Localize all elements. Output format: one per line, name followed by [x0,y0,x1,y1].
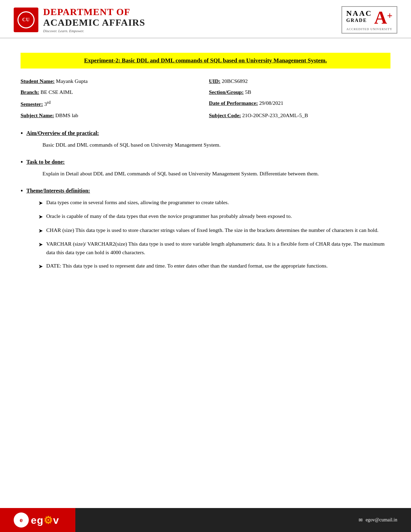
footer-email-row: ✉ egov@cumail.in [359,517,397,523]
theme-sub-bullets: ➤ Data types come in several forms and s… [38,198,390,271]
semester-sup: rd [47,100,51,105]
cu-logo: CU [14,8,38,32]
subject-code-label: Subject Code: [209,112,241,118]
list-item: ➤ CHAR (size) This data type is used to … [38,226,390,235]
dept-line2: ACADEMIC AFFAIRS [43,17,145,28]
uid-value: 20BCS6892 [222,78,248,84]
dop-row: Date of Performance: 29/08/2021 [209,99,390,109]
department-title: DEPARTMENT OF ACADEMIC AFFAIRS Discover.… [43,7,145,33]
arrow-icon-4: ➤ [38,240,43,249]
task-title: Task to be done: [26,159,65,165]
email-icon: ✉ [359,517,363,523]
main-content: Experiment-2: Basic DDL and DML commands… [0,38,411,315]
semester-row: Semester: 3rd [21,99,202,109]
svg-text:e: e [20,517,23,523]
naac-grade-letter: A [374,9,387,27]
footer-logo: e eg⚙v [14,512,59,528]
subject-code-value: 21O-20CSP-233_20AML-5_B [242,112,308,118]
student-name-value: Mayank Gupta [56,78,88,84]
aim-title: Aim/Overview of the practical: [26,130,99,136]
accredited-text: ACCREDITED UNIVERSITY [346,27,392,31]
semester-label: Semester: [21,101,43,107]
naac-text: NAAC [346,9,372,18]
dop-value: 29/08/2021 [259,100,284,106]
university-branding: CU DEPARTMENT OF ACADEMIC AFFAIRS Discov… [14,7,145,33]
branch-row: Branch: BE CSE AIML [21,88,202,97]
section-value: 5B [245,89,251,95]
student-name-row: Student Name: Mayank Gupta [21,77,202,86]
list-item: ➤ Data types come in several forms and s… [38,198,390,208]
egov-circle-logo: e [14,512,29,528]
subject-label: Subject Name: [21,112,54,118]
aim-bullet: • [21,129,23,137]
section-label: Section/Group: [209,89,244,95]
naac-badge: NAAC GRADE A + ACCREDITED UNIVERSITY [341,6,397,34]
uid-row: UID: 20BCS6892 [209,77,390,86]
task-bullet: • [21,158,23,166]
arrow-icon-5: ➤ [38,262,43,271]
uid-label: UID: [209,78,221,84]
subject-value: DBMS lab [55,112,78,118]
task-body: Explain in Detail about DDL and DML comm… [30,170,390,178]
egov-text: eg⚙v [31,514,59,526]
experiment-title: Experiment-2: Basic DDL and DML commands… [21,53,390,69]
arrow-icon-3: ➤ [38,226,43,235]
aim-section: • Aim/Overview of the practical: Basic D… [21,130,390,149]
page-header: CU DEPARTMENT OF ACADEMIC AFFAIRS Discov… [0,0,411,38]
subject-row: Subject Name: DBMS lab [21,111,202,120]
theme-bullet-2: Oracle is capable of many of the data ty… [46,212,390,221]
dept-line1: DEPARTMENT OF [43,7,145,17]
branch-value: BE CSE AIML [40,89,73,95]
dept-tagline: Discover. Learn. Empower. [43,29,145,33]
branch-label: Branch: [21,89,39,95]
theme-section: • Theme/Interests definition: ➤ Data typ… [21,188,390,271]
grade-text: GRADE [346,18,372,23]
subject-code-row: Subject Code: 21O-20CSP-233_20AML-5_B [209,111,390,120]
theme-title: Theme/Interests definition: [26,188,90,194]
student-name-label: Student Name: [21,78,54,84]
theme-bullet-5: DATE: This data type is used to represen… [46,262,390,270]
task-section: • Task to be done: Explain in Detail abo… [21,159,390,178]
page-footer: e eg⚙v ✉ egov@cumail.in [0,508,411,532]
list-item: ➤ VARCHAR (size)/ VARCHAR2(size) This da… [38,240,390,257]
naac-grade-plus: + [387,11,393,21]
section-row: Section/Group: 5B [209,88,390,97]
dop-label: Date of Performance: [209,100,258,106]
cu-abbreviation: CU [22,17,30,23]
arrow-icon-2: ➤ [38,212,43,221]
list-item: ➤ Oracle is capable of many of the data … [38,212,390,221]
list-item: ➤ DATE: This data type is used to repres… [38,262,390,271]
arrow-icon-1: ➤ [38,199,43,208]
footer-email-text: egov@cumail.in [365,517,397,523]
theme-bullet-4: VARCHAR (size)/ VARCHAR2(size) This data… [46,240,390,257]
semester-value: 3 [44,101,47,107]
student-info-grid: Student Name: Mayank Gupta UID: 20BCS689… [21,77,390,120]
theme-bullet-1: Data types come in several forms and siz… [46,198,390,207]
theme-bullet: • [21,187,23,195]
aim-body: Basic DDL and DML commands of SQL based … [30,141,390,149]
theme-bullet-3: CHAR (size) This data type is used to st… [46,226,390,235]
